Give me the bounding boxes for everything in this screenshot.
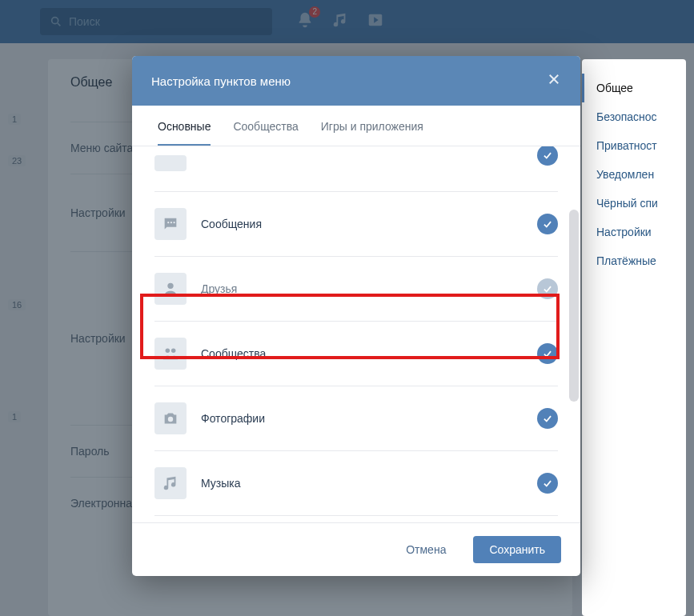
group-icon [154, 338, 187, 370]
tab-apps[interactable]: Игры и приложения [321, 120, 423, 146]
sidebar-item-settings[interactable]: Настройки [596, 218, 686, 246]
svg-point-10 [171, 349, 176, 354]
toggle-check[interactable] [537, 343, 558, 364]
close-icon [547, 72, 561, 86]
menu-row-messages: Сообщения [154, 192, 558, 257]
modal-title: Настройка пунктов меню [151, 74, 291, 88]
menu-row-friends: Друзья [154, 257, 558, 322]
modal-tabs: Основные Сообщества Игры и приложения [132, 106, 580, 146]
sidebar-item-notifications[interactable]: Уведомлен [596, 160, 686, 189]
menu-row-label: Фотографии [201, 412, 265, 425]
sidebar-item-security[interactable]: Безопаснос [596, 102, 686, 131]
menu-row-label: Сообщества [201, 347, 266, 360]
scrollbar-thumb[interactable] [569, 210, 579, 402]
tab-communities[interactable]: Сообщества [233, 120, 298, 146]
menu-row-label: Друзья [201, 282, 237, 295]
svg-point-7 [173, 222, 175, 223]
generic-icon [154, 155, 187, 171]
cancel-button[interactable]: Отмена [390, 536, 462, 563]
modal-body: Сообщения Друзья Сообщества [132, 146, 580, 522]
menu-row-music: Музыка [154, 451, 558, 516]
sidebar-item-general[interactable]: Общее [582, 74, 686, 102]
toggle-check[interactable] [537, 408, 558, 429]
menu-row-label: Музыка [201, 477, 241, 490]
toggle-check[interactable] [537, 473, 558, 494]
settings-sidebar: Общее Безопаснос Приватност Уведомлен Чё… [582, 59, 686, 616]
checkmark-icon [542, 283, 553, 294]
toggle-check[interactable] [537, 278, 558, 299]
menu-settings-modal: Настройка пунктов меню Основные Сообщест… [132, 56, 580, 576]
svg-point-5 [167, 222, 169, 223]
svg-point-8 [167, 283, 173, 289]
save-button[interactable]: Сохранить [473, 536, 561, 563]
tab-main[interactable]: Основные [158, 120, 211, 146]
modal-footer: Отмена Сохранить [132, 522, 580, 576]
modal-header: Настройка пунктов меню [132, 56, 580, 106]
music-icon [154, 467, 187, 499]
menu-row-video: Видео [154, 516, 558, 522]
checkmark-icon [542, 150, 553, 161]
sidebar-item-privacy[interactable]: Приватност [596, 131, 686, 160]
menu-row-label: Сообщения [201, 218, 262, 230]
svg-point-6 [170, 222, 172, 223]
svg-point-11 [168, 417, 173, 422]
menu-row-photos: Фотографии [154, 386, 558, 451]
menu-row-partial [154, 146, 558, 192]
toggle-check[interactable] [537, 146, 558, 166]
toggle-check[interactable] [537, 214, 558, 234]
user-icon [154, 273, 187, 305]
sidebar-item-blacklist[interactable]: Чёрный спи [596, 189, 686, 218]
svg-point-9 [166, 349, 170, 354]
menu-row-communities: Сообщества [154, 322, 558, 386]
checkmark-icon [542, 478, 553, 489]
chat-icon [154, 208, 187, 240]
checkmark-icon [542, 218, 553, 230]
checkmark-icon [542, 413, 553, 424]
checkmark-icon [542, 348, 553, 359]
sidebar-item-payments[interactable]: Платёжные [596, 246, 686, 275]
close-button[interactable] [547, 72, 561, 90]
camera-icon [154, 402, 187, 434]
